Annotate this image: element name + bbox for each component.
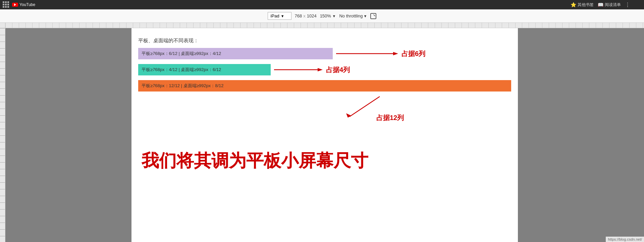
device-selector[interactable]: iPad ▼: [268, 12, 291, 20]
browser-chrome-bar: YouTube ⭐ 其他书签 📖 阅读清单 ⋮: [0, 0, 644, 9]
zoom-arrow-icon: ▼: [332, 14, 336, 18]
status-url: https://blog.csdn.net/: [608, 237, 642, 241]
svg-marker-4: [318, 68, 323, 71]
row1-arrow: [333, 49, 400, 59]
zoom-value: 150%: [320, 13, 331, 18]
large-text: 我们将其调为平板小屏幕尺寸: [138, 149, 511, 173]
horizontal-ruler: [0, 23, 644, 28]
bookmarks-label: 其他书签: [578, 2, 594, 8]
apps-icon[interactable]: [3, 1, 9, 8]
row2-wrapper: 平板≥768px：4/12 | 桌面端≥992px：6/12 占据4列: [138, 64, 511, 75]
annotation3-label: 占据12列: [376, 113, 404, 122]
svg-marker-6: [346, 113, 351, 118]
annotation1-label: 占据6列: [401, 49, 425, 58]
row3-label: 平板≥768px：12/12 | 桌面端≥992px：8/12: [142, 83, 224, 88]
youtube-label: YouTube: [19, 2, 35, 7]
svg-marker-0: [374, 15, 375, 16]
row3-annotation-area: 占据12列: [339, 95, 511, 122]
page-container: 平板、桌面端的不同表现： 平板≥768px：6/12 | 桌面端≥992px：4…: [131, 28, 518, 242]
vertical-ruler: [0, 28, 5, 242]
rotate-icon: [371, 14, 375, 18]
youtube-icon: [12, 3, 18, 7]
width-value: 768: [295, 13, 302, 18]
page-title: 平板、桌面端的不同表现：: [138, 38, 511, 44]
main-area: 平板、桌面端的不同表现： 平板≥768px：6/12 | 桌面端≥992px：4…: [0, 28, 644, 242]
row2-block: 平板≥768px：4/12 | 桌面端≥992px：6/12: [138, 64, 271, 75]
height-value: 1024: [307, 13, 317, 18]
page-content: 平板、桌面端的不同表现： 平板≥768px：6/12 | 桌面端≥992px：4…: [131, 28, 518, 179]
zoom-selector[interactable]: 150% ▼: [320, 13, 336, 18]
row3-block: 平板≥768px：12/12 | 桌面端≥992px：8/12: [138, 80, 511, 92]
dimension-display: 768 x 1024: [295, 13, 317, 18]
youtube-button[interactable]: YouTube: [12, 2, 35, 7]
ruler-ticks: [5, 23, 644, 28]
reader-mode-button[interactable]: 📖 阅读清单: [598, 2, 621, 8]
device-arrow-icon: ▼: [281, 14, 284, 18]
ruler-corner: [0, 23, 5, 28]
status-bar: https://blog.csdn.net/: [606, 237, 644, 242]
row2-arrow: [271, 65, 324, 75]
svg-line-5: [350, 97, 380, 117]
throttle-arrow-icon: ▼: [364, 14, 367, 18]
more-options-button[interactable]: ⋮: [625, 2, 631, 8]
row3-wrapper: 平板≥768px：12/12 | 桌面端≥992px：8/12 占据12列: [138, 80, 511, 122]
top-right-controls: ⭐ 其他书签 📖 阅读清单 ⋮: [571, 0, 631, 9]
row2-label: 平板≥768px：4/12 | 桌面端≥992px：6/12: [142, 67, 221, 72]
throttle-label: No throttling: [339, 13, 363, 18]
row1-wrapper: 平板≥768px：6/12 | 桌面端≥992px：4/12 占据6列: [138, 48, 511, 59]
throttle-selector[interactable]: No throttling ▼: [339, 13, 367, 18]
reader-label: 阅读清单: [605, 2, 621, 8]
row1-label: 平板≥768px：6/12 | 桌面端≥992px：4/12: [142, 51, 221, 56]
page-outer: 平板、桌面端的不同表现： 平板≥768px：6/12 | 桌面端≥992px：4…: [5, 28, 644, 242]
device-label: iPad: [271, 13, 279, 18]
dimension-separator: x: [303, 13, 306, 18]
rotate-button[interactable]: [370, 13, 376, 19]
device-toolbar: iPad ▼ 768 x 1024 150% ▼ No throttling ▼: [0, 9, 644, 23]
svg-marker-2: [393, 52, 398, 55]
bookmarks-button[interactable]: ⭐ 其他书签: [571, 2, 594, 8]
annotation2-label: 占据4列: [326, 65, 350, 74]
row1-block: 平板≥768px：6/12 | 桌面端≥992px：4/12: [138, 48, 333, 59]
